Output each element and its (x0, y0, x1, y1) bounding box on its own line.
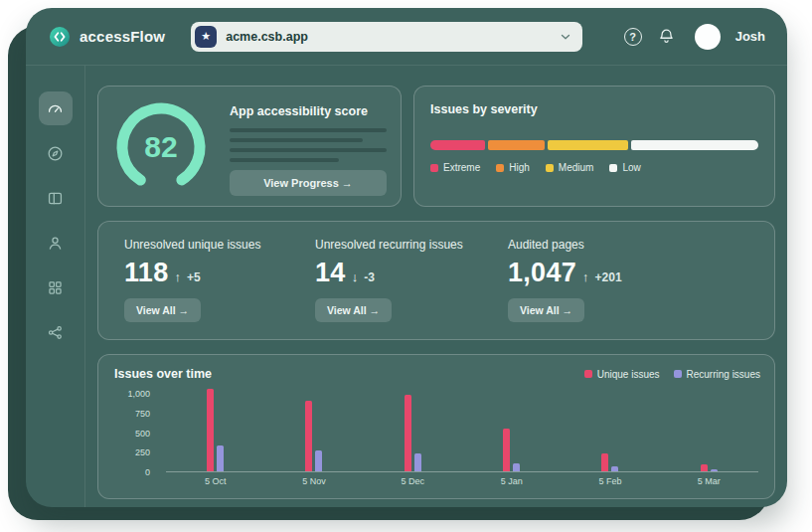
logo-icon (48, 25, 72, 49)
bar-recurring-issues[interactable] (513, 463, 520, 471)
view-all-label: View All → (136, 304, 189, 316)
accessibility-score-card: 82 App accessibility score View Progress… (97, 86, 402, 207)
x-axis-label: 5 Mar (660, 476, 758, 486)
view-all-label: View All → (327, 304, 380, 316)
severity-legend-item: High (496, 162, 530, 173)
severity-legend: ExtremeHighMediumLow (430, 162, 641, 173)
issues-over-time-card: Issues over time Unique issuesRecurring … (97, 354, 775, 499)
bar-group: 5 Feb (561, 393, 659, 471)
y-axis-label: 1,000 (127, 389, 150, 399)
legend-chip-icon (609, 164, 617, 172)
legend-label: Medium (559, 162, 594, 173)
trend-up-icon: ↑ (174, 269, 181, 284)
skeleton-line (230, 138, 363, 142)
chart-legend-item: Unique issues (584, 369, 660, 380)
stat-value: 1,047 (508, 258, 576, 288)
compass-icon (46, 144, 65, 163)
legend-label: Recurring issues (687, 369, 760, 380)
user-icon (46, 234, 65, 253)
view-all-button[interactable]: View All → (508, 298, 584, 322)
stat-value: 118 (124, 258, 168, 288)
severity-segment-high (488, 140, 546, 150)
y-axis-label: 750 (135, 409, 150, 419)
sidebar-item-integrations[interactable] (39, 315, 73, 349)
trend-down-icon: ↓ (352, 269, 359, 284)
stats-card: Unresolved unique issues 118 ↑ +5 View A… (97, 221, 775, 340)
bar-recurring-issues[interactable] (711, 469, 718, 471)
bar-unique-issues[interactable] (701, 464, 708, 471)
bar-unique-issues[interactable] (405, 395, 411, 471)
trend-up-icon: ↑ (582, 269, 589, 284)
severity-legend-item: Low (609, 162, 640, 173)
stat-value-row: 1,047 ↑ +201 (508, 258, 687, 288)
score-value: 82 (112, 98, 210, 196)
brand: accessFlow (48, 25, 165, 49)
project-selector[interactable]: ★ acme.csb.app (191, 22, 582, 52)
bar-unique-issues[interactable] (503, 429, 510, 471)
sidebar-item-explore[interactable] (39, 136, 73, 170)
card-title: Issues by severity (430, 102, 538, 116)
stat-label: Unresolved recurring issues (315, 238, 494, 252)
stat-delta: -3 (364, 270, 375, 284)
legend-label: Low (622, 162, 640, 173)
view-all-button[interactable]: View All → (315, 298, 392, 322)
bar-recurring-issues[interactable] (217, 445, 224, 471)
user-name: Josh (735, 29, 765, 44)
share-network-icon (46, 323, 65, 342)
legend-chip-icon (430, 164, 438, 172)
layout-icon (46, 189, 65, 208)
grid-icon (46, 278, 65, 297)
stat-label: Audited pages (508, 238, 687, 252)
project-selector-value: acme.csb.app (226, 30, 550, 44)
legend-label: Unique issues (597, 369, 660, 380)
view-all-button[interactable]: View All → (124, 298, 201, 322)
stat-unresolved-recurring-issues: Unresolved recurring issues 14 ↓ -3 View… (315, 238, 494, 322)
skeleton-line (230, 158, 339, 162)
placeholder-lines (230, 128, 387, 168)
chart-header: Issues over time Unique issuesRecurring … (98, 355, 774, 381)
topbar-actions: ? Josh (624, 24, 765, 50)
bar-unique-issues[interactable] (305, 401, 312, 471)
x-axis-label: 5 Dec (364, 476, 462, 486)
stat-label: Unresolved unique issues (124, 238, 303, 252)
legend-chip-icon (496, 164, 504, 172)
sidebar-item-pages[interactable] (39, 181, 73, 215)
severity-segment-extreme (430, 140, 485, 150)
y-axis: 02505007501,000 (114, 393, 158, 472)
sidebar-item-dashboard[interactable] (39, 91, 73, 125)
notifications-bell-icon[interactable] (657, 27, 676, 46)
stat-delta: +5 (187, 270, 201, 284)
bar-recurring-issues[interactable] (611, 466, 618, 471)
view-progress-label: View Progress → (263, 177, 353, 189)
chart-legend-item: Recurring issues (674, 369, 760, 380)
view-progress-button[interactable]: View Progress → (230, 170, 387, 196)
dashboard-gauge-icon (46, 99, 65, 118)
skeleton-line (230, 128, 387, 132)
stat-audited-pages: Audited pages 1,047 ↑ +201 View All → (508, 238, 687, 322)
x-axis-label: 5 Feb (561, 476, 659, 486)
topbar: accessFlow ★ acme.csb.app ? Josh (26, 8, 787, 66)
bar-recurring-issues[interactable] (414, 453, 421, 471)
y-axis-label: 0 (145, 467, 150, 477)
chart-legend: Unique issuesRecurring issues (584, 369, 760, 380)
x-axis-label: 5 Jan (462, 476, 561, 486)
view-all-label: View All → (520, 304, 572, 316)
card-title: App accessibility score (230, 104, 368, 118)
app-window: accessFlow ★ acme.csb.app ? Josh (26, 8, 787, 507)
card-title: Issues over time (114, 367, 212, 381)
bar-unique-issues[interactable] (207, 389, 214, 471)
legend-label: High (509, 162, 530, 173)
sidebar-item-audience[interactable] (39, 226, 73, 260)
bar-chart: 02505007501,000 5 Oct5 Nov5 Dec5 Jan5 Fe… (114, 393, 758, 472)
avatar[interactable] (695, 24, 721, 50)
help-button[interactable]: ? (624, 28, 642, 46)
bar-recurring-issues[interactable] (315, 450, 322, 471)
sidebar-item-reports[interactable] (39, 270, 73, 304)
plot-area: 5 Oct5 Nov5 Dec5 Jan5 Feb5 Mar (166, 393, 758, 472)
chevron-down-icon (559, 30, 572, 44)
sidebar (26, 66, 85, 507)
legend-chip-icon (546, 164, 554, 172)
severity-legend-item: Extreme (430, 162, 480, 173)
legend-chip-icon (674, 370, 682, 378)
bar-unique-issues[interactable] (601, 453, 608, 471)
